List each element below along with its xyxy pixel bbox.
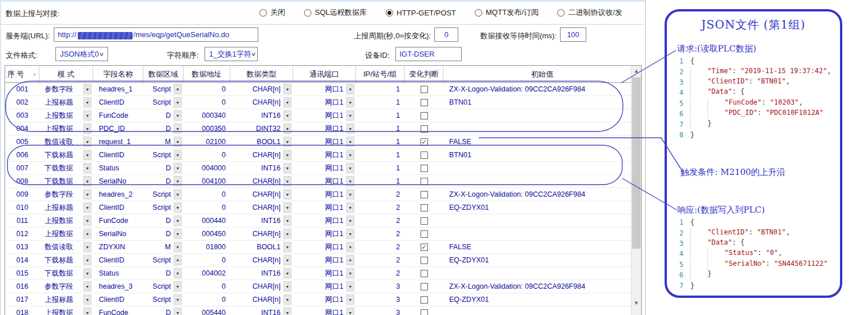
dropdown-button-icon[interactable]: ▼: [174, 268, 182, 278]
mode-select[interactable]: 下载标题▼: [39, 149, 93, 162]
data-area-select[interactable]: D▼: [143, 214, 183, 228]
data-area-select[interactable]: Script▼: [143, 149, 183, 162]
change-checkbox[interactable]: ✓: [421, 244, 428, 251]
comm-port-select[interactable]: 网口1▼: [293, 241, 356, 254]
dropdown-button-icon[interactable]: ▼: [346, 176, 354, 186]
vertical-scrollbar[interactable]: ▲ ▼: [631, 66, 641, 315]
comm-port-select[interactable]: 网口1▼: [293, 267, 356, 280]
comm-port-select[interactable]: 网口1▼: [293, 162, 356, 175]
dropdown-button-icon[interactable]: ▼: [174, 137, 182, 147]
change-checkbox[interactable]: [421, 151, 428, 159]
data-area-select[interactable]: D▼: [143, 175, 183, 188]
dropdown-button-icon[interactable]: ▼: [174, 123, 182, 134]
dropdown-button-icon[interactable]: ▼: [83, 84, 91, 94]
dropdown-button-icon[interactable]: ▼: [83, 229, 91, 239]
table-row[interactable]: 001参数字段▼headres_1Script▼0CHAR[n]▼网口1▼1ZX…: [5, 83, 641, 96]
dropdown-button-icon[interactable]: ▼: [83, 281, 91, 292]
data-area-select[interactable]: D▼: [143, 306, 183, 315]
column-header-port[interactable]: 通讯端口: [293, 66, 356, 82]
comm-port-select[interactable]: 网口1▼: [293, 135, 356, 149]
column-header-chg[interactable]: 变化判断: [405, 66, 443, 82]
dropdown-button-icon[interactable]: ▼: [283, 150, 291, 160]
mode-select[interactable]: 参数字段▼: [39, 188, 93, 201]
table-row[interactable]: 003上报数据▼FunCodeD▼000340INT16▼网口1▼1: [5, 109, 641, 122]
comm-port-select[interactable]: 网口1▼: [293, 280, 356, 293]
data-area-select[interactable]: Script▼: [143, 201, 183, 214]
dropdown-button-icon[interactable]: ▼: [83, 110, 91, 121]
change-checkbox[interactable]: [421, 125, 428, 133]
table-row[interactable]: 002上报标题▼ClientIDScript▼0CHAR[n]▼网口1▼1BTN…: [5, 96, 641, 109]
mode-select[interactable]: 上报数据▼: [39, 306, 93, 315]
change-checkbox[interactable]: [421, 112, 428, 119]
radio-icon[interactable]: [259, 9, 267, 17]
mode-select[interactable]: 下载数据▼: [39, 162, 93, 175]
data-type-select[interactable]: CHAR[n]▼: [230, 280, 293, 293]
radio-option-3[interactable]: MQTT发布/订阅: [475, 7, 538, 18]
comm-port-select[interactable]: 网口1▼: [293, 306, 356, 315]
dropdown-button-icon[interactable]: ▼: [346, 123, 354, 134]
table-row[interactable]: 011上报数据▼FunCodeD▼000440INT16▼网口1▼2: [5, 214, 641, 228]
dropdown-button-icon[interactable]: ▼: [283, 308, 291, 315]
data-area-select[interactable]: D▼: [143, 109, 183, 122]
data-area-select[interactable]: Script▼: [143, 254, 183, 267]
data-area-select[interactable]: D▼: [143, 228, 183, 241]
data-area-select[interactable]: Script▼: [143, 96, 183, 109]
data-type-select[interactable]: CHAR[n]▼: [230, 96, 293, 109]
data-type-select[interactable]: CHAR[n]▼: [230, 188, 293, 201]
dropdown-button-icon[interactable]: ▼: [346, 229, 354, 239]
radio-option-1[interactable]: SQL远程数据库: [304, 7, 367, 18]
mode-select[interactable]: 上报数据▼: [39, 228, 93, 241]
mode-select[interactable]: 数值读取▼: [39, 241, 93, 254]
dropdown-button-icon[interactable]: ▼: [346, 189, 354, 200]
mode-select[interactable]: 数值读取▼: [39, 135, 93, 149]
dropdown-button-icon[interactable]: ▼: [174, 242, 182, 252]
data-area-select[interactable]: M▼: [143, 135, 183, 149]
table-row[interactable]: 012上报数据▼SerialNoD▼000450CHAR[n]▼网口1▼2: [5, 228, 641, 241]
dropdown-button-icon[interactable]: ▼: [174, 202, 182, 213]
dropdown-button-icon[interactable]: ▼: [283, 229, 291, 239]
dropdown-button-icon[interactable]: ▼: [174, 294, 182, 305]
dropdown-button-icon[interactable]: ▼: [83, 123, 91, 134]
data-area-select[interactable]: D▼: [143, 162, 183, 175]
change-checkbox[interactable]: [421, 165, 428, 172]
dropdown-button-icon[interactable]: ▼: [346, 202, 354, 213]
data-type-select[interactable]: INT16▼: [230, 267, 293, 280]
comm-port-select[interactable]: 网口1▼: [293, 228, 356, 241]
dropdown-button-icon[interactable]: ▼: [83, 163, 91, 173]
change-checkbox[interactable]: [421, 86, 428, 93]
scrollbar-thumb[interactable]: [632, 77, 641, 249]
dropdown-button-icon[interactable]: ▼: [346, 242, 354, 252]
dropdown-button-icon[interactable]: ▼: [346, 281, 354, 292]
dropdown-button-icon[interactable]: ▼: [174, 163, 182, 173]
dropdown-button-icon[interactable]: ▼: [174, 229, 182, 239]
comm-port-select[interactable]: 网口1▼: [293, 254, 356, 267]
mode-select[interactable]: 上报标题▼: [39, 201, 93, 214]
dropdown-button-icon[interactable]: ▼: [283, 242, 291, 252]
column-header-seq[interactable]: 序 号▲: [5, 66, 39, 82]
table-row[interactable]: 008下载数据▼SerialNoD▼004100CHAR[n]▼网口1▼1: [5, 175, 641, 188]
column-header-area[interactable]: 数据区域: [143, 66, 183, 82]
comm-port-select[interactable]: 网口1▼: [293, 122, 356, 135]
table-row[interactable]: 014下载标题▼ClientIDScript▼0CHAR[n]▼网口1▼2EQ-…: [5, 254, 641, 267]
dropdown-button-icon[interactable]: ▼: [174, 255, 182, 265]
dropdown-button-icon[interactable]: ▼: [83, 202, 91, 213]
column-header-ip[interactable]: IP/站号/组: [356, 66, 405, 82]
comm-port-select[interactable]: 网口1▼: [293, 188, 356, 201]
dropdown-button-icon[interactable]: ▼: [283, 163, 291, 173]
radio-option-2[interactable]: HTTP-GET/POST: [386, 7, 456, 18]
change-checkbox[interactable]: [421, 217, 428, 225]
dropdown-button-icon[interactable]: ▼: [346, 137, 354, 147]
column-header-addr[interactable]: 数据地址: [183, 66, 230, 82]
mode-select[interactable]: 下载标题▼: [39, 254, 93, 267]
dropdown-button-icon[interactable]: ▼: [346, 294, 354, 305]
dropdown-button-icon[interactable]: ▼: [283, 110, 291, 121]
mode-select[interactable]: 上报数据▼: [39, 122, 93, 135]
char-order-select[interactable]: 1_交换1字符∨: [205, 47, 258, 61]
radio-option-0[interactable]: 关闭: [259, 7, 285, 18]
data-area-select[interactable]: Script▼: [143, 293, 183, 306]
device-id-input[interactable]: IGT-DSER: [395, 47, 462, 61]
dropdown-button-icon[interactable]: ▼: [283, 268, 291, 278]
dropdown-button-icon[interactable]: ▼: [346, 150, 354, 160]
dropdown-button-icon[interactable]: ▼: [346, 163, 354, 173]
data-type-select[interactable]: CHAR[n]▼: [230, 83, 293, 96]
